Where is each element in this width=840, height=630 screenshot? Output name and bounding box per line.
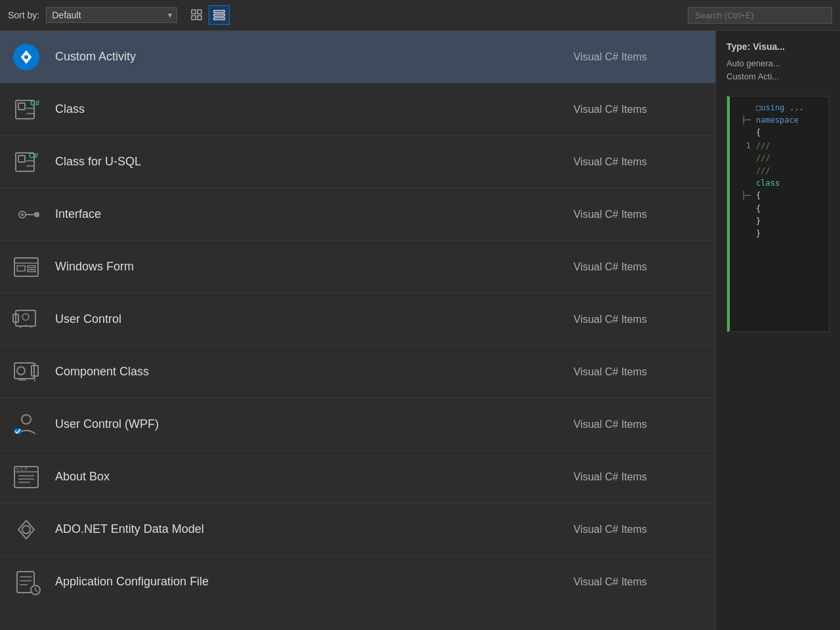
item-name: Class for U-SQL bbox=[55, 155, 574, 169]
list-item[interactable]: Windows FormVisual C# Items bbox=[0, 241, 715, 293]
list-item[interactable]: C# ClassVisual C# Items bbox=[0, 83, 715, 136]
type-row: Type: Visua... bbox=[726, 41, 830, 52]
main-content: Custom ActivityVisual C# Items C# ClassV… bbox=[0, 31, 840, 630]
item-list: Custom ActivityVisual C# Items C# ClassV… bbox=[0, 31, 715, 630]
list-item[interactable]: Application Configuration FileVisual C# … bbox=[0, 556, 715, 608]
item-category: Visual C# Items bbox=[574, 314, 705, 326]
description: Auto genera...Custom Acti... bbox=[726, 57, 830, 83]
svg-rect-4 bbox=[214, 10, 224, 12]
item-name: Custom Activity bbox=[55, 50, 574, 64]
item-category: Visual C# Items bbox=[574, 104, 705, 116]
component-class-icon bbox=[10, 356, 42, 388]
windows-form-icon bbox=[10, 251, 42, 283]
svg-point-38 bbox=[22, 526, 30, 534]
item-category: Visual C# Items bbox=[574, 576, 705, 588]
svg-rect-22 bbox=[28, 266, 35, 268]
svg-rect-13 bbox=[18, 156, 25, 162]
item-name: Component Class bbox=[55, 365, 574, 379]
svg-rect-19 bbox=[14, 258, 38, 276]
about-box-icon: v.1.0 bbox=[10, 461, 42, 493]
svg-point-16 bbox=[21, 213, 24, 216]
svg-point-18 bbox=[34, 212, 39, 217]
item-name: Application Configuration File bbox=[55, 575, 574, 589]
svg-rect-1 bbox=[198, 10, 201, 14]
list-item[interactable]: InterfaceVisual C# Items bbox=[0, 188, 715, 241]
list-item[interactable]: Component ClassVisual C# Items bbox=[0, 346, 715, 398]
svg-point-8 bbox=[24, 55, 28, 59]
sort-select-wrapper[interactable]: DefaultNameType bbox=[46, 7, 177, 23]
ado-net-icon bbox=[10, 514, 42, 545]
code-editor: □using ... ├─namespace { 1 /// /// /// c… bbox=[726, 96, 830, 332]
svg-rect-6 bbox=[214, 18, 224, 20]
item-category: Visual C# Items bbox=[574, 209, 705, 220]
user-control-wpf-icon bbox=[10, 409, 42, 440]
item-category: Visual C# Items bbox=[574, 524, 705, 536]
item-category: Visual C# Items bbox=[574, 51, 705, 63]
item-name: Interface bbox=[55, 207, 574, 221]
svg-text:C#: C# bbox=[30, 99, 39, 107]
item-category: Visual C# Items bbox=[574, 261, 705, 273]
toolbar: Sort by: DefaultNameType bbox=[0, 0, 840, 31]
svg-point-29 bbox=[17, 367, 25, 375]
svg-rect-0 bbox=[192, 10, 196, 14]
green-bar bbox=[727, 96, 730, 331]
type-value: Visua... bbox=[753, 41, 785, 52]
svg-rect-21 bbox=[17, 266, 25, 271]
sort-select[interactable]: DefaultNameType bbox=[46, 7, 177, 23]
item-name: User Control (WPF) bbox=[55, 417, 574, 431]
view-buttons bbox=[186, 5, 230, 25]
item-category: Visual C# Items bbox=[574, 156, 705, 168]
svg-text:v.1.0: v.1.0 bbox=[16, 466, 28, 472]
detail-panel: Type: Visua... Auto genera...Custom Acti… bbox=[715, 31, 840, 630]
item-name: About Box bbox=[55, 470, 574, 484]
list-item[interactable]: Custom ActivityVisual C# Items bbox=[0, 31, 715, 83]
svg-point-30 bbox=[22, 415, 31, 424]
list-view-button[interactable] bbox=[209, 5, 230, 25]
class-usql-icon: C# bbox=[10, 146, 42, 178]
app-config-icon bbox=[10, 566, 42, 598]
item-name: Class bbox=[55, 102, 574, 116]
svg-rect-5 bbox=[214, 14, 224, 16]
class-icon: C# bbox=[10, 94, 42, 125]
item-name: User Control bbox=[55, 312, 574, 326]
item-name: Windows Form bbox=[55, 260, 574, 274]
list-item[interactable]: v.1.0 About BoxVisual C# Items bbox=[0, 451, 715, 503]
item-category: Visual C# Items bbox=[574, 419, 705, 430]
list-item[interactable]: User ControlVisual C# Items bbox=[0, 293, 715, 346]
svg-point-26 bbox=[22, 314, 29, 320]
custom-activity-icon bbox=[10, 41, 42, 73]
grid-view-button[interactable] bbox=[186, 5, 207, 25]
list-item[interactable]: ADO.NET Entity Data ModelVisual C# Items bbox=[0, 503, 715, 556]
svg-text:C#: C# bbox=[29, 152, 38, 159]
search-input[interactable] bbox=[688, 7, 832, 24]
svg-rect-3 bbox=[198, 16, 201, 20]
sort-label: Sort by: bbox=[8, 10, 39, 20]
list-item[interactable]: User Control (WPF)Visual C# Items bbox=[0, 398, 715, 451]
type-label: Type: bbox=[726, 41, 750, 52]
svg-rect-2 bbox=[192, 16, 196, 20]
svg-rect-10 bbox=[18, 103, 25, 110]
item-category: Visual C# Items bbox=[574, 471, 705, 483]
item-name: ADO.NET Entity Data Model bbox=[55, 522, 574, 536]
item-category: Visual C# Items bbox=[574, 366, 705, 378]
list-item[interactable]: C# Class for U-SQLVisual C# Items bbox=[0, 136, 715, 188]
interface-icon bbox=[10, 199, 42, 230]
user-control-icon bbox=[10, 304, 42, 335]
list-panel: Custom ActivityVisual C# Items C# ClassV… bbox=[0, 31, 715, 630]
svg-rect-23 bbox=[28, 270, 35, 272]
